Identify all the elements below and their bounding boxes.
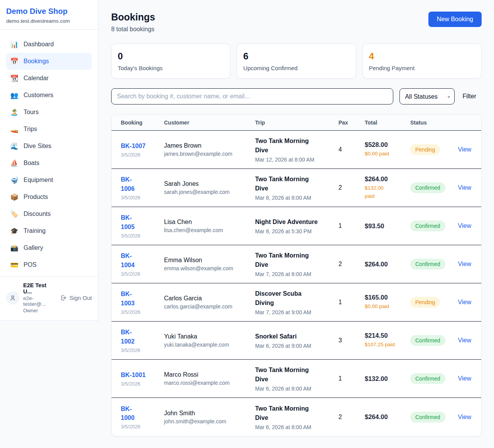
table-row: BK-1001 3/5/2026 Marco Rossi marco.rossi… — [112, 360, 481, 398]
camera-icon: 📸 — [10, 244, 19, 252]
sidebar-item-calendar[interactable]: 📆 Calendar — [6, 70, 92, 87]
sidebar-item-discounts[interactable]: 🏷️ Discounts — [6, 205, 92, 222]
customer-name: Sarah Jones — [164, 180, 255, 187]
status-badge: Confirmed — [410, 373, 445, 384]
view-link[interactable]: View — [458, 337, 471, 344]
actions-cell: View — [457, 184, 472, 191]
booking-id-link[interactable]: BK- 1004 — [121, 251, 135, 269]
stat-label: Pending Payment — [369, 65, 475, 71]
stat-card-todays-bookings: 0 Today's Bookings — [111, 44, 230, 79]
trip-datetime: Mar 6, 2026 at 9:00 AM — [255, 343, 338, 349]
booking-id-link[interactable]: BK- 1005 — [121, 213, 135, 231]
customer-name: Emma Wilson — [164, 257, 255, 264]
pax-cell: 3 — [338, 337, 365, 344]
total-cell: $165.00 $0.00 paid — [365, 294, 410, 310]
booking-id-link[interactable]: BK- 1002 — [121, 328, 135, 345]
sidebar-item-label: Trips — [24, 126, 37, 133]
page-header-text: Bookings 8 total bookings — [111, 12, 155, 33]
booking-cell: BK-1007 3/5/2026 — [121, 141, 164, 158]
sidebar-item-trips[interactable]: 🚤 Trips — [6, 121, 92, 138]
view-link[interactable]: View — [458, 184, 471, 191]
view-link[interactable]: View — [458, 299, 471, 305]
diving-mask-icon: 🤿 — [10, 176, 19, 184]
search-input[interactable] — [111, 88, 393, 104]
status-filter: All Statuses ⌄ — [399, 88, 455, 104]
customer-cell: James Brown james.brown@example.com — [164, 142, 255, 157]
actions-cell: View — [457, 375, 472, 382]
view-link[interactable]: View — [458, 414, 471, 420]
status-badge: Confirmed — [410, 182, 445, 193]
sidebar-item-pos[interactable]: 💳 POS — [6, 256, 92, 273]
actions-cell: View — [457, 222, 472, 229]
booking-id-link[interactable]: BK- 1000 — [121, 404, 135, 422]
booking-id-link[interactable]: BK-1007 — [121, 141, 145, 150]
view-link[interactable]: View — [458, 222, 471, 229]
customer-cell: John Smith john.smith@example.com — [164, 410, 255, 424]
actions-cell: View — [457, 337, 472, 344]
pax-cell: 2 — [338, 184, 365, 191]
status-filter-select[interactable]: All Statuses — [399, 88, 455, 104]
actions-cell: View — [457, 414, 472, 421]
sidebar-item-dive-sites[interactable]: 🌊 Dive Sites — [6, 138, 92, 155]
sidebar-item-tours[interactable]: 🏝️ Tours — [6, 104, 92, 121]
view-link[interactable]: View — [458, 375, 471, 382]
trip-name: Two Tank Morning Dive — [255, 404, 338, 423]
column-header-trip: Trip — [255, 120, 338, 126]
customer-cell: Carlos Garcia carlos.garcia@example.com — [164, 295, 255, 310]
customer-email: yuki.tanaka@example.com — [164, 342, 255, 348]
customer-name: Yuki Tanaka — [164, 333, 255, 340]
pax-cell: 2 — [338, 261, 365, 268]
table-header: Booking Customer Trip Pax Total Status — [112, 115, 481, 131]
status-badge: Confirmed — [410, 335, 445, 346]
trip-cell: Two Tank Morning Dive Mar 8, 2026 at 8:0… — [255, 175, 338, 201]
sidebar-item-equipment[interactable]: 🤿 Equipment — [6, 172, 92, 189]
sidebar-item-label: Gallery — [24, 244, 43, 251]
sidebar-item-dashboard[interactable]: 📊 Dashboard — [6, 36, 92, 53]
trip-name: Two Tank Morning Dive — [255, 365, 338, 384]
status-cell: Confirmed — [410, 221, 457, 231]
booking-id-link[interactable]: BK- 1003 — [121, 290, 135, 307]
sidebar-item-gallery[interactable]: 📸 Gallery — [6, 239, 92, 256]
total-cell: $214.50 $107.25 paid — [365, 332, 410, 349]
column-header-total: Total — [365, 120, 410, 126]
pax-cell: 2 — [338, 414, 365, 421]
user-name: E2E Test U... — [23, 282, 56, 295]
column-header-pax: Pax — [338, 120, 365, 126]
status-cell: Confirmed — [410, 335, 457, 346]
trip-name: Two Tank Morning Dive — [255, 175, 338, 193]
customer-name: James Brown — [164, 142, 255, 149]
sidebar-item-label: Products — [24, 194, 48, 200]
sidebar-item-training[interactable]: 🎓 Training — [6, 222, 92, 239]
sidebar-item-customers[interactable]: 👥 Customers — [6, 87, 92, 104]
trip-datetime: Mar 12, 2026 at 8:00 AM — [255, 157, 338, 163]
trip-name: Two Tank Morning Dive — [255, 136, 338, 155]
paid-amount: $0.00 paid — [365, 303, 410, 310]
sign-out-button[interactable]: Sign Out — [60, 295, 92, 301]
customer-email: carlos.garcia@example.com — [164, 303, 255, 310]
booking-id-link[interactable]: BK-1001 — [121, 371, 145, 379]
view-link[interactable]: View — [458, 261, 471, 267]
trip-cell: Night Dive Adventure Mar 8, 2026 at 5:30… — [255, 217, 338, 234]
view-link[interactable]: View — [458, 146, 471, 153]
package-icon: 📦 — [10, 193, 19, 201]
total-cell: $264.00 — [365, 413, 410, 421]
status-badge: Pending — [410, 297, 440, 308]
status-cell: Pending — [410, 297, 457, 308]
booking-id-link[interactable]: BK- 1006 — [121, 175, 135, 193]
stat-label: Today's Bookings — [118, 65, 224, 71]
brand: Demo Dive Shop demo.test.divestreams.com — [0, 0, 98, 30]
booking-date: 3/5/2026 — [121, 152, 164, 158]
filter-button[interactable]: Filter — [461, 93, 482, 100]
total-cell: $264.00 $132.00 paid — [365, 175, 410, 200]
total-amount: $264.00 — [365, 175, 410, 183]
sidebar-item-boats[interactable]: ⛵ Boats — [6, 155, 92, 172]
booking-cell: BK- 1005 3/5/2026 — [121, 213, 164, 238]
trip-cell: Discover Scuba Diving Mar 7, 2026 at 9:0… — [255, 289, 338, 315]
page-title: Bookings — [111, 12, 155, 23]
trip-datetime: Mar 7, 2026 at 8:00 AM — [255, 271, 338, 277]
new-booking-button[interactable]: New Booking — [428, 12, 482, 27]
sidebar-item-bookings[interactable]: 📅 Bookings — [6, 53, 92, 70]
sidebar-item-products[interactable]: 📦 Products — [6, 189, 92, 205]
user-box: E2E Test U... e2e-tester@... Owner Sign … — [0, 276, 98, 320]
status-cell: Confirmed — [410, 259, 457, 269]
